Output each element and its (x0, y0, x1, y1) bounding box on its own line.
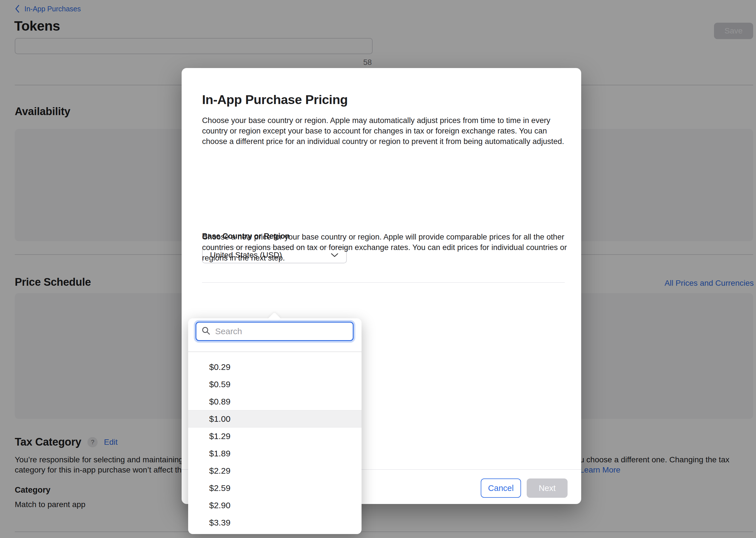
price-option-label: $0.59 (209, 380, 230, 389)
next-button[interactable]: Next (527, 478, 568, 498)
popover-search-section (188, 318, 361, 352)
price-option[interactable]: $1.29 (188, 427, 361, 445)
modal-title: In-App Purchase Pricing (202, 92, 347, 107)
modal-divider (202, 282, 565, 283)
search-icon (202, 326, 211, 337)
cancel-button[interactable]: Cancel (481, 478, 521, 498)
price-options-list: $0.29$0.59$0.89$1.00$1.29$1.89$2.29$2.59… (188, 358, 361, 531)
price-option-label: $2.29 (209, 466, 230, 476)
price-option-label: $1.29 (209, 431, 230, 441)
price-option[interactable]: $2.90 (188, 497, 361, 514)
price-option[interactable]: $2.29 (188, 462, 361, 479)
price-option-label: $0.29 (209, 362, 230, 372)
price-option-label: $2.90 (209, 501, 230, 510)
price-intro-text: Choose a new price for your base country… (202, 232, 568, 263)
search-input[interactable] (215, 327, 347, 336)
price-option[interactable]: $3.39 (188, 514, 361, 531)
price-option-label: $1.89 (209, 449, 230, 458)
search-field[interactable] (196, 322, 353, 341)
modal-intro-text: Choose your base country or region. Appl… (202, 115, 568, 146)
price-option[interactable]: $0.89 (188, 393, 361, 410)
price-option-label: $3.39 (209, 518, 230, 527)
price-option[interactable]: $2.59 (188, 479, 361, 497)
price-option-label: $2.59 (209, 483, 230, 493)
screen: In-App Purchases Tokens Save 58 Availabi… (0, 0, 756, 538)
price-option[interactable]: $0.59 (188, 376, 361, 393)
price-dropdown-popover: $0.29$0.59$0.89$1.00$1.29$1.89$2.29$2.59… (188, 318, 361, 534)
price-option-label: $0.89 (209, 397, 230, 406)
price-option[interactable]: $1.00 (188, 410, 361, 427)
price-option[interactable]: $0.29 (188, 358, 361, 376)
price-option[interactable]: $1.89 (188, 445, 361, 462)
price-option-label: $1.00 (209, 414, 230, 424)
